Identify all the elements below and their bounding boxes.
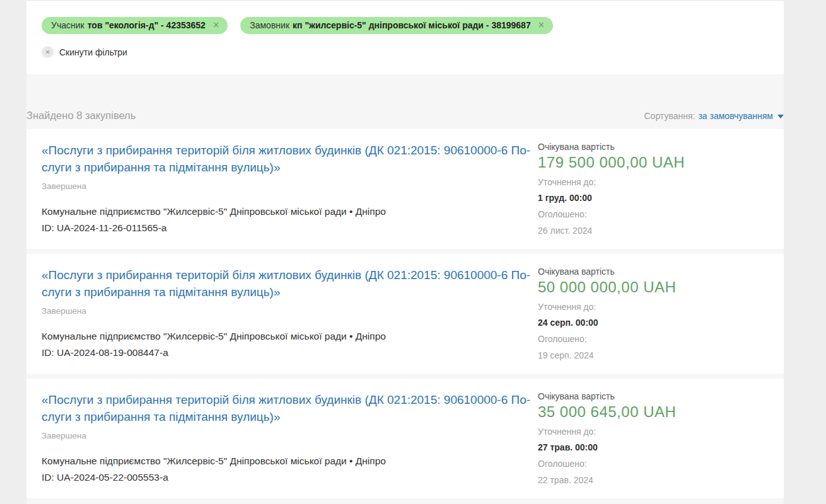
expected-value-amount: 35 000 645,00 UAH [538, 403, 769, 421]
clarification-date: 1 груд. 00:00 [538, 193, 769, 203]
announced-label: Оголошено: [538, 334, 769, 344]
announced-label: Оголошено: [538, 209, 769, 219]
filter-pill-label: Замовник [250, 20, 289, 30]
status-badge: Завершена [42, 431, 538, 440]
filter-pill-participant[interactable]: Учасник тов "екологія-д" - 42353652 × [42, 17, 228, 34]
tender-title-line1: «Послуги з прибирання територій біля жит… [42, 393, 530, 406]
tender-title-line2: слуги з прибирання та підмітання вулиць)… [42, 285, 281, 299]
remove-filter-icon[interactable]: × [538, 21, 544, 30]
reset-filters-button[interactable]: × Скинути фільтри [42, 46, 127, 58]
tender-id: ID: UA-2024-08-19-008447-a [42, 347, 538, 358]
tender-card: «Послуги з прибирання територій біля жит… [26, 254, 784, 374]
tender-title-line1: «Послуги з прибирання територій біля жит… [42, 268, 530, 282]
expected-value-label: Очікувана вартість [538, 266, 769, 277]
tender-title-link[interactable]: «Послуги з прибирання територій біля жит… [42, 142, 538, 176]
filter-pill-label: Учасник [51, 20, 84, 30]
announced-label: Оголошено: [538, 459, 769, 469]
tender-id: ID: UA-2024-11-26-011565-a [42, 222, 538, 234]
expected-value-amount: 179 500 000,00 UAH [538, 154, 769, 171]
filter-pills-row: Учасник тов "екологія-д" - 42353652 × За… [42, 17, 769, 34]
sort-control[interactable]: Сортування: за замовчуванням [644, 111, 784, 121]
status-badge: Завершена [42, 306, 538, 316]
chevron-down-icon[interactable] [777, 115, 784, 118]
tender-title-link[interactable]: «Послуги з прибирання територій біля жит… [42, 266, 538, 301]
announced-date: 22 трав. 2024 [538, 475, 769, 485]
tender-card-side: Очікувана вартість 179 500 000,00 UAH Ут… [538, 142, 769, 236]
expected-value-amount: 50 000 000,00 UAH [538, 278, 769, 296]
sort-value[interactable]: за замовчуванням [698, 111, 773, 121]
expected-value-label: Очікувана вартість [538, 391, 769, 401]
tender-card-main: «Послуги з прибирання територій біля жит… [42, 391, 538, 486]
remove-filter-icon[interactable]: × [213, 21, 219, 30]
clarification-label: Уточнення до: [538, 302, 769, 312]
clarification-date: 27 трав. 00:00 [538, 442, 769, 452]
sort-label: Сортування: [644, 111, 695, 121]
status-badge: Завершена [42, 181, 538, 191]
filter-pill-value: тов "екологія-д" - 42353652 [88, 20, 206, 30]
tender-title-line2: слуги з прибирання та підмітання вулиць)… [42, 410, 281, 423]
tender-id: ID: UA-2024-05-22-005553-a [42, 472, 538, 483]
reset-filters-label: Скинути фільтри [59, 47, 127, 57]
filter-pill-buyer[interactable]: Замовник кп "жилсервіс-5" дніпровської м… [240, 17, 553, 34]
tender-organization: Комунальне підприємство "Жилсервіс-5" Дн… [42, 331, 538, 342]
tender-card-side: Очікувана вартість 35 000 645,00 UAH Уто… [538, 391, 769, 486]
expected-value-label: Очікувана вартість [538, 142, 769, 152]
clarification-date: 24 серп. 00:00 [538, 318, 769, 328]
tender-card: «Послуги з прибирання територій біля жит… [26, 379, 784, 498]
tender-card-main: «Послуги з прибирання територій біля жит… [42, 266, 538, 361]
tender-organization: Комунальне підприємство "Жилсервіс-5" Дн… [42, 206, 538, 217]
main-content-column: Учасник тов "екологія-д" - 42353652 × За… [26, 0, 784, 504]
tender-card: «Послуги з прибирання територій біля жит… [26, 129, 784, 249]
announced-date: 19 серп. 2024 [538, 350, 769, 360]
tender-card-main: «Послуги з прибирання територій біля жит… [42, 142, 538, 236]
active-filters-panel: Учасник тов "екологія-д" - 42353652 × За… [26, 0, 784, 74]
clarification-label: Уточнення до: [538, 427, 769, 437]
tender-card-side: Очікувана вартість 50 000 000,00 UAH Уто… [538, 266, 769, 361]
announced-date: 26 лист. 2024 [538, 226, 769, 236]
results-count: Знайдено 8 закупівель [26, 110, 136, 122]
filter-pill-value: кп "жилсервіс-5" дніпровської міської ра… [293, 20, 531, 30]
tender-title-line2: слуги з прибирання та підмітання вулиць)… [42, 161, 281, 174]
results-header: Знайдено 8 закупівель Сортування: за зам… [26, 74, 784, 129]
tender-title-line1: «Послуги з прибирання територій біля жит… [42, 144, 530, 157]
reset-filters-icon[interactable]: × [42, 46, 54, 58]
clarification-label: Уточнення до: [538, 177, 769, 187]
tender-organization: Комунальне підприємство "Жилсервіс-5" Дн… [42, 455, 538, 467]
tender-title-link[interactable]: «Послуги з прибирання територій біля жит… [42, 391, 538, 425]
